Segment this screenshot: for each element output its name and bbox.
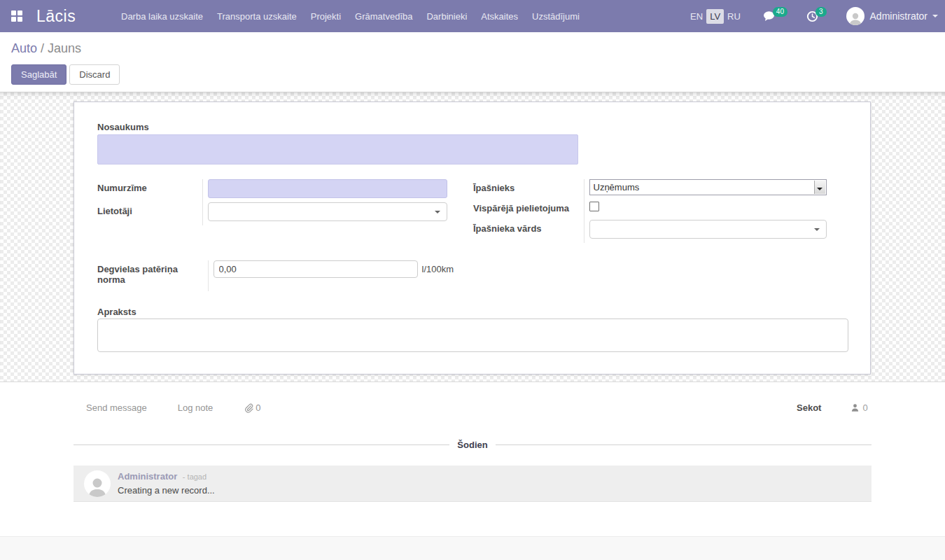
menu-item-uzstadijumi[interactable]: Uzstādījumi bbox=[525, 0, 587, 32]
vispareja-pielietojuma-checkbox[interactable] bbox=[589, 202, 599, 211]
apraksts-textarea[interactable] bbox=[97, 318, 848, 352]
activities-button[interactable]: 3 bbox=[806, 10, 827, 23]
nosaukums-input[interactable] bbox=[97, 134, 578, 164]
apps-grid-icon[interactable] bbox=[7, 6, 27, 26]
attachments-button[interactable]: 0 bbox=[244, 402, 260, 413]
breadcrumb-current: Jauns bbox=[48, 41, 81, 55]
chevron-down-icon bbox=[932, 15, 938, 20]
ipasnieks-select[interactable]: Uzņēmums bbox=[589, 179, 827, 195]
person-icon bbox=[850, 403, 860, 412]
degvielas-norma-input[interactable] bbox=[214, 260, 418, 278]
lietotaji-dropdown[interactable] bbox=[208, 202, 447, 221]
select-arrow-icon bbox=[814, 181, 825, 194]
chevron-down-icon bbox=[435, 211, 440, 216]
chatter-toolbar: Send message Log note 0 bbox=[86, 402, 261, 413]
language-lv-active[interactable]: LV bbox=[706, 9, 724, 24]
ipasnieks-selected-value: Uzņēmums bbox=[594, 182, 640, 192]
language-ru[interactable]: RU bbox=[724, 9, 744, 24]
menu-item-darbinieki[interactable]: Darbinieki bbox=[419, 0, 474, 32]
paperclip-icon bbox=[244, 403, 253, 413]
user-name-label: Administrator bbox=[870, 10, 927, 22]
form-view-background: Nosaukums Numurzīme Lietotāji bbox=[0, 92, 945, 382]
left-field-group: Numurzīme Lietotāji bbox=[97, 179, 447, 225]
menu-item-projekti[interactable]: Projekti bbox=[304, 0, 348, 32]
save-button[interactable]: Saglabāt bbox=[11, 64, 66, 85]
attachments-count: 0 bbox=[255, 402, 260, 413]
degvielas-norma-label: Degvielas patēriņa norma bbox=[97, 260, 208, 291]
ipasnieka-vards-label: Īpašnieka vārds bbox=[473, 220, 584, 243]
brand-logo[interactable]: Lācis bbox=[36, 7, 76, 26]
ipasnieks-label: Īpašnieks bbox=[473, 179, 584, 200]
chevron-down-icon bbox=[814, 228, 820, 234]
chatter-follow-tools: Sekot 0 bbox=[797, 402, 868, 413]
message-body-text: Creating a new record... bbox=[118, 485, 215, 496]
right-field-group: Īpašnieks Uzņēmums Vispārējā pielietojum… bbox=[473, 179, 830, 243]
menu-item-transporta-uzskaite[interactable]: Transporta uzskaite bbox=[210, 0, 304, 32]
date-divider-label: Šodien bbox=[457, 440, 487, 450]
form-sheet: Nosaukums Numurzīme Lietotāji bbox=[74, 102, 871, 374]
lietotaji-label: Lietotāji bbox=[97, 202, 203, 225]
breadcrumb: Auto / Jauns bbox=[11, 41, 81, 56]
date-divider: Šodien bbox=[74, 440, 872, 450]
fuel-field-group: Degvielas patēriņa norma l/100km bbox=[97, 260, 489, 291]
numurzime-label: Numurzīme bbox=[97, 179, 203, 202]
menu-item-atskaites[interactable]: Atskaites bbox=[474, 0, 525, 32]
user-avatar bbox=[846, 7, 864, 25]
form-action-buttons: Saglabāt Discard bbox=[11, 64, 120, 85]
message-author-link[interactable]: Administrator bbox=[118, 471, 177, 482]
navbar-right-tools: EN LV RU 40 3 bbox=[687, 0, 938, 32]
followers-count: 0 bbox=[862, 402, 867, 413]
user-menu[interactable]: Administrator bbox=[846, 7, 938, 25]
language-en[interactable]: EN bbox=[687, 9, 706, 24]
breadcrumb-separator: / bbox=[41, 41, 44, 55]
log-note-button[interactable]: Log note bbox=[178, 402, 214, 413]
top-navbar: Lācis Darba laika uzskaite Transporta uz… bbox=[0, 0, 945, 32]
activities-count-badge: 3 bbox=[816, 7, 827, 17]
messages-count-badge: 40 bbox=[773, 7, 788, 17]
menu-item-darba-laika-uzskaite[interactable]: Darba laika uzskaite bbox=[114, 0, 210, 32]
breadcrumb-auto-link[interactable]: Auto bbox=[11, 41, 37, 55]
ipasnieka-vards-dropdown[interactable] bbox=[589, 220, 827, 239]
message-timestamp: - tagad bbox=[183, 472, 206, 481]
discard-button[interactable]: Discard bbox=[69, 64, 120, 85]
follow-button[interactable]: Sekot bbox=[797, 402, 821, 413]
apraksts-label: Apraksts bbox=[97, 307, 136, 317]
chatter-message: Administrator - tagad Creating a new rec… bbox=[74, 465, 872, 502]
fuel-unit-label: l/100km bbox=[422, 264, 454, 274]
main-menu: Darba laika uzskaite Transporta uzskaite… bbox=[114, 0, 587, 32]
footer-strip bbox=[0, 536, 945, 560]
nosaukums-label: Nosaukums bbox=[97, 122, 149, 132]
vispareja-pielietojuma-label: Vispārējā pielietojuma bbox=[473, 200, 584, 220]
followers-button[interactable]: 0 bbox=[850, 402, 867, 413]
numurzime-input[interactable] bbox=[208, 179, 447, 198]
menu-item-gramatvediba[interactable]: Grāmatvedība bbox=[348, 0, 419, 32]
send-message-button[interactable]: Send message bbox=[86, 402, 147, 413]
messages-button[interactable]: 40 bbox=[762, 10, 788, 22]
message-avatar bbox=[84, 470, 111, 497]
